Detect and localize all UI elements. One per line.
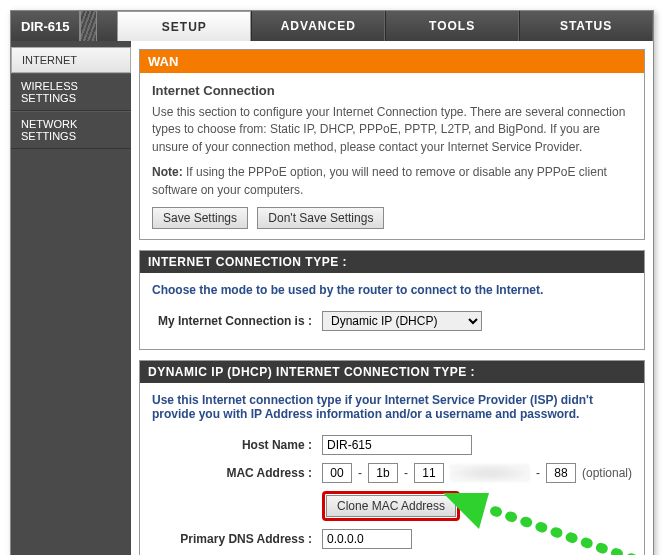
mac-sep: - (358, 466, 362, 480)
mac-sep: - (536, 466, 540, 480)
tab-advanced[interactable]: ADVANCED (251, 11, 385, 41)
conn-type-instruction: Choose the mode to be used by the router… (152, 283, 632, 297)
mac-optional-label: (optional) (582, 466, 632, 480)
top-nav: DIR-615 SETUP ADVANCED TOOLS STATUS (11, 11, 653, 41)
mac-seg-6-input[interactable] (546, 463, 576, 483)
panel-dhcp-title: DYNAMIC IP (DHCP) INTERNET CONNECTION TY… (140, 361, 644, 383)
clone-mac-button[interactable]: Clone MAC Address (326, 495, 456, 517)
primary-dns-row: Primary DNS Address : (152, 529, 632, 549)
panel-conn-type-body: Choose the mode to be used by the router… (140, 273, 644, 349)
panel-dhcp: DYNAMIC IP (DHCP) INTERNET CONNECTION TY… (139, 360, 645, 555)
mac-address-row: MAC Address : - - - (optional) (152, 463, 632, 483)
mac-seg-1-input[interactable] (322, 463, 352, 483)
spacer (97, 11, 117, 41)
panel-wan-title: WAN (140, 50, 644, 73)
conn-type-label: My Internet Connection is : (152, 314, 322, 328)
tab-setup[interactable]: SETUP (117, 11, 251, 41)
clone-mac-row: Clone MAC Address (152, 491, 632, 521)
dont-save-settings-button[interactable]: Don't Save Settings (257, 207, 384, 229)
wan-description: Use this section to configure your Inter… (152, 104, 632, 156)
wan-note: Note: If using the PPPoE option, you wil… (152, 164, 632, 199)
main-content: WAN Internet Connection Use this section… (131, 41, 653, 555)
panel-wan-body: Internet Connection Use this section to … (140, 73, 644, 239)
wan-note-label: Note: (152, 165, 183, 179)
sidebar-item-network[interactable]: NETWORK SETTINGS (11, 111, 131, 149)
mac-address-label: MAC Address : (152, 466, 322, 480)
model-label: DIR-615 (11, 11, 81, 41)
sidebar-item-wireless[interactable]: WIRELESS SETTINGS (11, 73, 131, 111)
save-settings-button[interactable]: Save Settings (152, 207, 248, 229)
primary-dns-label: Primary DNS Address : (152, 532, 322, 546)
tab-tools[interactable]: TOOLS (385, 11, 519, 41)
router-admin-frame: DIR-615 SETUP ADVANCED TOOLS STATUS INTE… (10, 10, 654, 555)
panel-conn-type-title: INTERNET CONNECTION TYPE : (140, 251, 644, 273)
body: INTERNET WIRELESS SETTINGS NETWORK SETTI… (11, 41, 653, 555)
wan-note-text: If using the PPPoE option, you will need… (152, 165, 607, 196)
clone-mac-highlight: Clone MAC Address (322, 491, 460, 521)
mac-sep: - (404, 466, 408, 480)
mac-seg-2-input[interactable] (368, 463, 398, 483)
host-name-label: Host Name : (152, 438, 322, 452)
host-name-input[interactable] (322, 435, 472, 455)
wan-subtitle: Internet Connection (152, 83, 632, 98)
host-name-row: Host Name : (152, 435, 632, 455)
mac-hidden-segments (450, 464, 530, 482)
top-nav-separator (81, 11, 97, 41)
panel-dhcp-body: Use this Internet connection type if you… (140, 383, 644, 555)
conn-type-select[interactable]: Dynamic IP (DHCP) (322, 311, 482, 331)
conn-type-row: My Internet Connection is : Dynamic IP (… (152, 311, 632, 331)
primary-dns-input[interactable] (322, 529, 412, 549)
panel-conn-type: INTERNET CONNECTION TYPE : Choose the mo… (139, 250, 645, 350)
mac-seg-3-input[interactable] (414, 463, 444, 483)
tab-status[interactable]: STATUS (519, 11, 653, 41)
panel-wan: WAN Internet Connection Use this section… (139, 49, 645, 240)
sidebar: INTERNET WIRELESS SETTINGS NETWORK SETTI… (11, 41, 131, 555)
sidebar-item-internet[interactable]: INTERNET (11, 47, 131, 73)
dhcp-instruction: Use this Internet connection type if you… (152, 393, 632, 421)
